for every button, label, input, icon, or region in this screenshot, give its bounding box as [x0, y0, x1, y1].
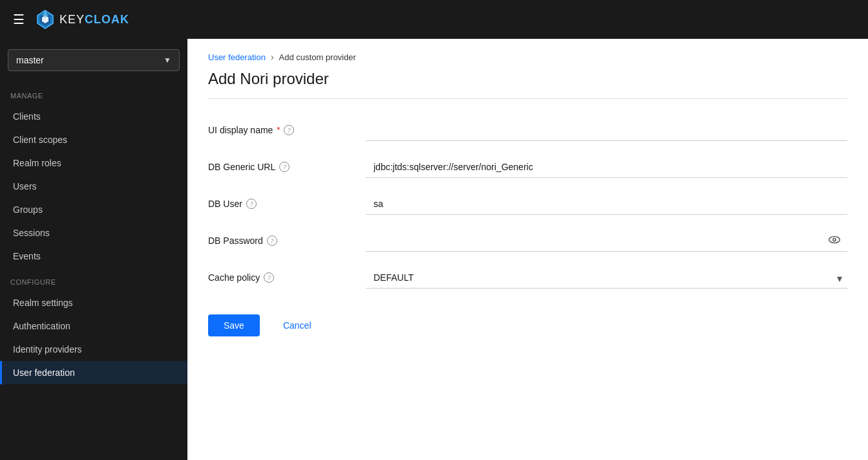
db-user-input[interactable]	[366, 193, 847, 215]
ui-display-name-label-text: UI display name	[208, 125, 273, 135]
cache-policy-select[interactable]: DEFAULT EVICT_DAILY EVICT_WEEKLY MAX_LIF…	[366, 267, 847, 289]
realm-selector-arrow-icon: ▼	[164, 56, 171, 65]
ui-display-name-row: UI display name * ?	[208, 120, 847, 141]
sidebar-item-authentication[interactable]: Authentication	[0, 314, 187, 338]
breadcrumb-parent-link[interactable]: User federation	[208, 52, 266, 62]
db-user-label: DB User ?	[208, 193, 350, 209]
cache-policy-select-wrapper: DEFAULT EVICT_DAILY EVICT_WEEKLY MAX_LIF…	[366, 267, 847, 289]
sidebar-manage-section: Manage	[0, 82, 187, 105]
sidebar-item-clients[interactable]: Clients	[0, 105, 187, 128]
cache-policy-label-text: Cache policy	[208, 272, 260, 283]
db-generic-url-help-icon[interactable]: ?	[279, 162, 290, 172]
main-content: User federation › Add custom provider Ad…	[187, 39, 868, 460]
sidebar-item-users[interactable]: Users	[0, 175, 187, 198]
hamburger-menu-icon[interactable]: ☰	[10, 9, 27, 30]
db-password-control	[366, 230, 847, 252]
logo-text: KEYCLOAK	[59, 13, 129, 27]
ui-display-name-help-icon[interactable]: ?	[284, 125, 294, 135]
save-button[interactable]: Save	[208, 314, 260, 336]
breadcrumb-separator-icon: ›	[271, 52, 274, 62]
cache-policy-control: DEFAULT EVICT_DAILY EVICT_WEEKLY MAX_LIF…	[366, 267, 847, 289]
svg-point-4	[829, 236, 840, 243]
db-generic-url-row: DB Generic URL ?	[208, 157, 847, 178]
breadcrumb: User federation › Add custom provider	[208, 39, 847, 70]
db-password-label: DB Password ?	[208, 230, 350, 246]
db-password-row: DB Password ?	[208, 230, 847, 252]
cancel-button[interactable]: Cancel	[268, 314, 327, 336]
realm-selector[interactable]: master ▼	[8, 49, 180, 71]
sidebar-configure-section: Configure	[0, 268, 187, 291]
main-layout: master ▼ Manage Clients Client scopes Re…	[0, 39, 868, 460]
topnav: ☰ KEYCLOAK	[0, 0, 868, 39]
cache-policy-help-icon[interactable]: ?	[264, 272, 274, 283]
ui-display-name-label: UI display name * ?	[208, 120, 350, 135]
db-generic-url-control	[366, 157, 847, 178]
ui-display-name-control	[366, 120, 847, 141]
db-generic-url-label-text: DB Generic URL	[208, 162, 275, 172]
db-password-help-icon[interactable]: ?	[267, 235, 277, 246]
logo: KEYCLOAK	[35, 9, 129, 30]
sidebar-item-user-federation[interactable]: User federation	[0, 361, 187, 384]
db-password-input[interactable]	[366, 230, 847, 252]
db-user-control	[366, 193, 847, 215]
db-user-label-text: DB User	[208, 199, 242, 209]
svg-point-5	[833, 238, 836, 241]
realm-label: master	[16, 55, 44, 65]
sidebar: master ▼ Manage Clients Client scopes Re…	[0, 39, 187, 460]
cache-policy-label: Cache policy ?	[208, 267, 350, 283]
sidebar-item-identity-providers[interactable]: Identity providers	[0, 338, 187, 361]
sidebar-item-sessions[interactable]: Sessions	[0, 221, 187, 245]
form-button-row: Save Cancel	[208, 304, 847, 336]
sidebar-item-realm-settings[interactable]: Realm settings	[0, 291, 187, 314]
db-generic-url-input[interactable]	[366, 157, 847, 178]
sidebar-item-client-scopes[interactable]: Client scopes	[0, 128, 187, 151]
breadcrumb-current: Add custom provider	[279, 52, 356, 62]
db-generic-url-label: DB Generic URL ?	[208, 157, 350, 172]
sidebar-item-events[interactable]: Events	[0, 245, 187, 268]
cache-policy-row: Cache policy ? DEFAULT EVICT_DAILY EVICT…	[208, 267, 847, 289]
page-title: Add Nori provider	[208, 70, 847, 99]
eye-icon	[828, 233, 841, 246]
sidebar-item-groups[interactable]: Groups	[0, 198, 187, 221]
provider-form: UI display name * ? DB Generic URL ?	[208, 115, 847, 342]
ui-display-name-required-star: *	[277, 126, 280, 135]
db-password-toggle-visibility-button[interactable]	[827, 232, 842, 250]
logo-icon	[35, 9, 56, 30]
sidebar-item-realm-roles[interactable]: Realm roles	[0, 151, 187, 175]
db-user-help-icon[interactable]: ?	[246, 199, 257, 209]
db-user-row: DB User ?	[208, 193, 847, 215]
ui-display-name-input[interactable]	[366, 120, 847, 141]
db-password-label-text: DB Password	[208, 235, 263, 246]
